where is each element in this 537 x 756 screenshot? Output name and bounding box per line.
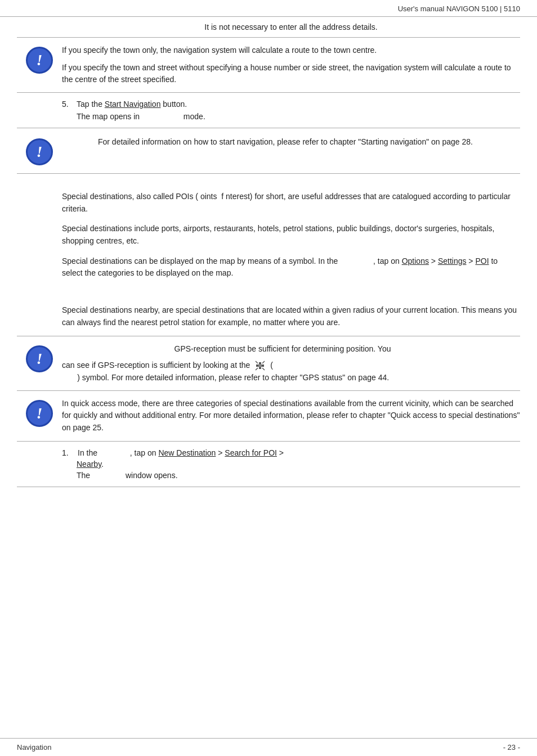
gps-satellite-icon (254, 359, 266, 372)
options-link[interactable]: Options (402, 256, 429, 266)
step5-text: Tap the Start Navigation button. (77, 100, 187, 109)
note2-content: For detailed information on how to start… (62, 136, 520, 148)
svg-line-6 (262, 368, 265, 370)
note1-line1: If you specify the town only, the naviga… (62, 44, 520, 56)
step1-window-text: window opens. (126, 471, 178, 480)
step5-mode-text: mode. (184, 112, 205, 121)
step5-line2: The map opens in mode. (77, 112, 520, 121)
quick-access-icon-area: ! (17, 398, 62, 427)
step1-num: 1. (62, 448, 74, 457)
gps-note-line1: GPS-reception must be sufficient for det… (62, 343, 503, 355)
quick-access-content: In quick access mode, there are three ca… (62, 398, 520, 434)
note1-content: If you specify the town only, the naviga… (62, 44, 520, 86)
note2-text: For detailed information on how to start… (62, 136, 509, 148)
gps-note-icon-area: ! (17, 343, 62, 372)
nearby-dot: . (101, 460, 104, 469)
settings-link[interactable]: Settings (438, 256, 467, 266)
new-destination-link[interactable]: New Destination (158, 448, 216, 457)
exclamation-icon: ! (26, 47, 53, 74)
section2-para1: Special destinations, also called POIs (… (62, 191, 520, 215)
note1-icon-area: ! (17, 44, 62, 74)
footer-left: Navigation (17, 743, 51, 752)
nearby-link[interactable]: Nearby (77, 460, 101, 469)
quick-access-text: In quick access mode, there are three ca… (62, 398, 520, 434)
note1-line2: If you specify the town and street witho… (62, 62, 520, 86)
step1-text: In the , tap on New Destination > Search… (78, 448, 284, 457)
gps-note-line3: ) symbol. For more detailed information,… (62, 372, 520, 384)
svg-line-4 (262, 361, 265, 363)
step1-the-row: The window opens. (77, 471, 520, 480)
svg-line-3 (256, 361, 258, 363)
search-for-poi-link[interactable]: Search for POI (225, 448, 277, 457)
svg-point-2 (258, 364, 262, 367)
step1-row: 1. In the , tap on New Destination > Sea… (62, 448, 520, 457)
note-top-text: It is not necessary to enter all the add… (62, 22, 520, 32)
exclamation-icon-3: ! (26, 345, 53, 372)
footer-right: - 23 - (503, 743, 520, 752)
step1-nearby-row: Nearby. (77, 460, 520, 469)
exclamation-icon-4: ! (26, 400, 53, 427)
note2-icon-area: ! (17, 136, 62, 165)
section2-para3: Special destinations can be displayed on… (62, 255, 520, 280)
step5-num: 5. (62, 100, 73, 109)
step1-the: The (77, 471, 90, 480)
header-title: User's manual NAVIGON 5100 | 5110 (398, 4, 520, 13)
page-header: User's manual NAVIGON 5100 | 5110 (0, 0, 537, 17)
step5-map-text: The map opens in (77, 112, 140, 121)
section2-para2: Special destinations include ports, airp… (62, 223, 520, 247)
svg-line-5 (256, 368, 258, 370)
exclamation-icon-2: ! (26, 138, 53, 165)
gps-note-line2: can see if GPS-reception is sufficient b… (62, 359, 520, 372)
start-navigation-link[interactable]: Start Navigation (105, 100, 161, 109)
poi-link[interactable]: POI (475, 256, 489, 266)
section3-para1: Special destinations nearby, are special… (62, 304, 520, 328)
page-footer: Navigation - 23 - (0, 738, 537, 756)
gps-note-content: GPS-reception must be sufficient for det… (62, 343, 520, 384)
